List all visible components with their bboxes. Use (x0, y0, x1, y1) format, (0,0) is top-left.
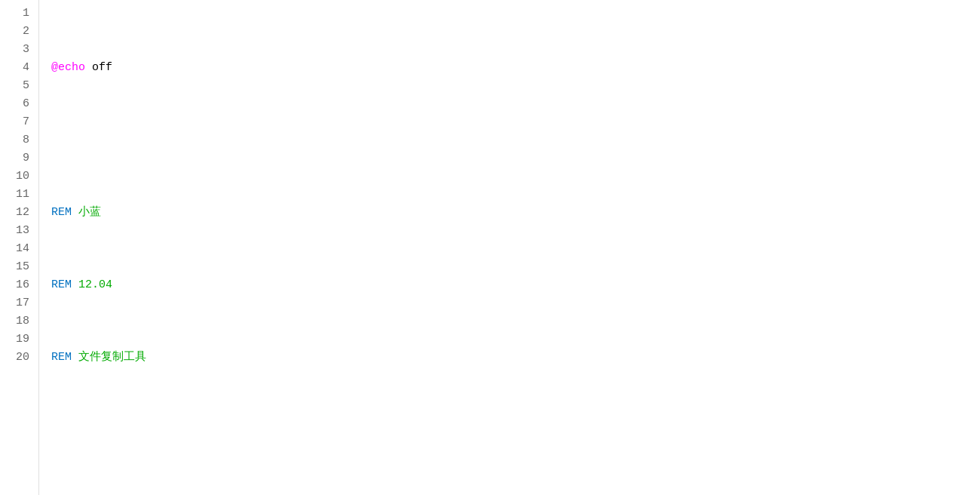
line-num-15: 15 (6, 258, 29, 276)
line-num-14: 14 (6, 240, 29, 258)
line-num-5: 5 (6, 77, 29, 95)
code-line-5: REM 文件复制工具 (51, 349, 980, 367)
code-line-3: REM 小蓝 (51, 204, 980, 222)
rem-4: REM (51, 278, 72, 291)
off-keyword: off (92, 61, 112, 74)
code-line-1: @echo off (51, 59, 980, 77)
rem-text-5: 文件复制工具 (78, 351, 146, 364)
line-num-6: 6 (6, 95, 29, 113)
line-num-13: 13 (6, 222, 29, 240)
line-num-9: 9 (6, 149, 29, 168)
line-num-7: 7 (6, 113, 29, 131)
line-num-3: 3 (6, 41, 29, 59)
line-num-11: 11 (6, 186, 29, 204)
line-num-1: 1 (6, 5, 29, 23)
rem-text-4: 12.04 (78, 278, 112, 291)
code-line-4: REM 12.04 (51, 276, 980, 294)
line-num-4: 4 (6, 59, 29, 77)
code-editor: 1 2 3 4 5 6 7 8 9 10 11 12 13 14 15 16 1… (0, 0, 980, 495)
line-num-16: 16 (6, 276, 29, 294)
at-echo: @echo (51, 61, 85, 74)
code-line-2 (51, 131, 980, 149)
line-numbers: 1 2 3 4 5 6 7 8 9 10 11 12 13 14 15 16 1… (0, 0, 39, 495)
line-num-20: 20 (6, 349, 29, 367)
code-line-6 (51, 421, 980, 439)
line-num-17: 17 (6, 294, 29, 312)
rem-5: REM (51, 351, 72, 364)
line-num-18: 18 (6, 312, 29, 331)
rem-3: REM (51, 206, 72, 219)
rem-text-3: 小蓝 (78, 206, 101, 219)
line-num-19: 19 (6, 331, 29, 349)
line-num-12: 12 (6, 204, 29, 222)
line-num-10: 10 (6, 168, 29, 186)
code-content[interactable]: @echo off REM 小蓝 REM 12.04 REM 文件复制工具 RE… (39, 0, 980, 495)
line-num-2: 2 (6, 23, 29, 41)
line-num-8: 8 (6, 131, 29, 149)
